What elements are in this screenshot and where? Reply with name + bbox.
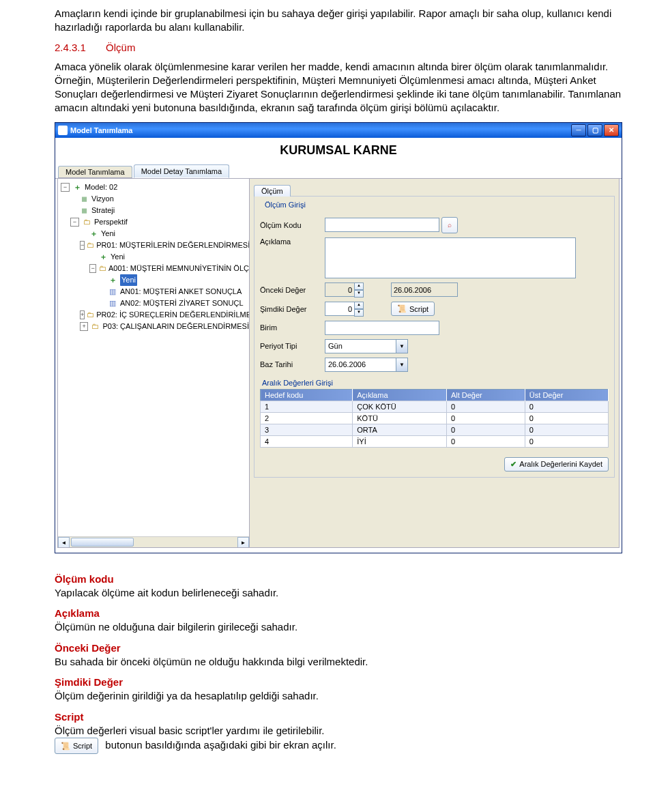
tree-node[interactable]: Yeni — [101, 228, 115, 240]
col-alt-deger[interactable]: Alt Değer — [446, 389, 525, 401]
plus-icon — [88, 229, 99, 238]
tree-node[interactable]: PR02: İÇ SÜREÇLERİN DEĞERLENDİRİLME — [96, 309, 250, 321]
tree-node[interactable]: PR01: MÜŞTERİLERİN DEĞERLENDİRMESİ — [96, 240, 250, 251]
input-aciklama[interactable] — [325, 237, 576, 278]
cube-icon — [78, 205, 89, 215]
tab-olcum[interactable]: Ölçüm — [254, 185, 291, 197]
script-icon: 📜 — [61, 741, 70, 751]
tree-expander[interactable]: + — [80, 310, 85, 319]
col-aciklama[interactable]: Açıklama — [353, 389, 447, 401]
table-row[interactable]: 2KÖTÜ00 — [261, 412, 609, 424]
cube-icon — [78, 194, 89, 203]
tab-model-detay[interactable]: Model Detay Tanımlama — [134, 164, 229, 178]
def-title-aciklama: Açıklama — [55, 607, 100, 619]
tree-node[interactable]: A001: MÜŞTERİ MEMNUNİYETİNİN ÖLÇ — [108, 263, 249, 274]
label-birim: Birim — [260, 323, 325, 332]
top-tabs: Model Tanımlama Model Detay Tanımlama — [55, 163, 622, 179]
tree-pane: −Model: 02 Vizyon Strateji −Perspektif Y… — [58, 179, 250, 547]
save-ranges-button[interactable]: ✔ Aralık Değerlerini Kaydet — [504, 457, 609, 472]
input-onceki-deger — [325, 282, 355, 297]
tree-expander[interactable]: + — [80, 322, 88, 331]
def-text: Ölçüm değerleri visual basic script'ler … — [55, 725, 325, 736]
group-legend-2: Aralık Değerleri Girişi — [262, 379, 609, 387]
folder-icon — [81, 217, 92, 227]
tree-node[interactable]: Perspektif — [94, 216, 128, 228]
tree-expander[interactable]: − — [89, 264, 96, 273]
spinner: ▲▼ — [354, 282, 364, 298]
tree-node[interactable]: AN01: MÜŞTERİ ANKET SONUÇLA — [120, 286, 242, 298]
lookup-button[interactable]: ⌕ — [441, 217, 458, 233]
minimize-button[interactable]: ─ — [571, 124, 586, 136]
chart-icon — [107, 287, 118, 296]
table-row[interactable]: 1ÇOK KÖTÜ00 — [261, 401, 609, 412]
table-row[interactable]: 4İYİ00 — [261, 435, 609, 447]
scroll-thumb[interactable] — [71, 538, 134, 547]
tree-expander[interactable]: − — [70, 218, 79, 227]
script-button[interactable]: 📜Script — [391, 302, 435, 316]
def-text: Ölçümün ne olduğuna dair bilgilerin giri… — [55, 621, 297, 633]
chevron-down-icon[interactable]: ▼ — [396, 340, 407, 353]
maximize-button[interactable]: ▢ — [587, 124, 602, 136]
input-onceki-tarih — [391, 282, 458, 297]
chart-icon — [107, 298, 118, 308]
input-simdiki-deger[interactable] — [325, 302, 355, 316]
tree-node[interactable]: P03: ÇALIŞANLARIN DEĞERLENDİRMESİ — [102, 321, 249, 332]
olcum-girisi-group: Ölçüm Girişi Ölçüm Kodu ⌕ Açıklama Öncek… — [254, 196, 615, 478]
input-olcum-kodu[interactable] — [325, 218, 439, 232]
def-title-simdiki-deger: Şimdiki Değer — [55, 676, 123, 688]
chevron-down-icon[interactable]: ▼ — [396, 358, 407, 371]
folder-icon — [98, 263, 106, 273]
plus-icon — [107, 275, 118, 285]
label-baz-tarihi: Baz Tarihi — [260, 360, 325, 368]
def-text: Ölçüm değerinin girildiği ya da hesaplat… — [55, 690, 319, 701]
tab-model-tanimlama[interactable]: Model Tanımlama — [58, 166, 132, 178]
spinner[interactable]: ▲▼ — [354, 302, 364, 317]
model-tree[interactable]: −Model: 02 Vizyon Strateji −Perspektif Y… — [58, 179, 249, 332]
label-onceki-deger: Önceki Değer — [260, 286, 325, 294]
group-legend: Ölçüm Girişi — [262, 201, 308, 209]
intro-paragraph: Amaçların kendi içinde bir gruplanabilme… — [55, 7, 641, 35]
def-title-onceki-deger: Önceki Değer — [55, 642, 121, 654]
def-text: Bu sahada bir önceki ölçümün ne olduğu h… — [55, 656, 368, 667]
label-aciklama: Açıklama — [260, 237, 325, 246]
folder-icon — [90, 321, 100, 331]
tree-expander[interactable]: − — [80, 241, 85, 250]
tree-node[interactable]: Vizyon — [91, 193, 114, 205]
tree-node[interactable]: AN02: MÜŞTERİ ZİYARET SONUÇL — [120, 298, 244, 309]
table-row[interactable]: 3ORTA00 — [261, 424, 609, 435]
inline-script-button: 📜 Script — [55, 738, 98, 754]
combo-text: Gün — [325, 342, 396, 350]
scroll-left-button[interactable]: ◄ — [58, 537, 70, 547]
tree-node-selected[interactable]: Yeni — [120, 274, 137, 286]
combo-baz-tarihi[interactable]: 26.06.2006 ▼ — [325, 358, 408, 372]
section-heading: 2.4.3.1 Ölçüm — [55, 42, 641, 53]
app-window: Model Tanımlama ─ ▢ ✕ KURUMSAL KARNE Mod… — [55, 122, 622, 553]
def-text: Yapılacak ölçüme ait kodun belirleneceği… — [55, 587, 278, 598]
app-icon — [58, 126, 68, 135]
tree-node[interactable]: Model: 02 — [85, 182, 117, 193]
col-hedef-kodu[interactable]: Hedef kodu — [261, 389, 353, 401]
tree-node[interactable]: Yeni — [111, 251, 125, 263]
aralik-grid[interactable]: Hedef kodu Açıklama Alt Değer Üst Değer … — [260, 389, 609, 448]
col-ust-deger[interactable]: Üst Değer — [525, 389, 608, 401]
plus-icon — [98, 252, 108, 261]
tree-expander[interactable]: − — [61, 183, 70, 192]
input-birim[interactable] — [325, 321, 439, 335]
folder-icon — [87, 310, 94, 319]
label-simdiki-deger: Şimdiki Değer — [260, 305, 325, 313]
def-text: butonun basıldığında aşağıdaki gibi bir … — [105, 739, 336, 751]
combo-text: 26.06.2006 — [325, 360, 396, 368]
check-icon: ✔ — [510, 460, 516, 469]
form-pane: Ölçüm Ölçüm Girişi Ölçüm Kodu ⌕ Açıklama — [250, 179, 619, 547]
window-title: Model Tanımlama — [68, 126, 570, 134]
tree-node[interactable]: Strateji — [91, 205, 115, 216]
scroll-right-button[interactable]: ► — [237, 537, 249, 547]
banner-title: KURUMSAL KARNE — [55, 139, 622, 163]
tree-hscrollbar[interactable]: ◄ ► — [58, 536, 249, 547]
close-button[interactable]: ✕ — [604, 124, 619, 136]
def-title-olcum-kodu: Ölçüm kodu — [55, 573, 114, 585]
titlebar: Model Tanımlama ─ ▢ ✕ — [55, 123, 622, 138]
label-periyot: Periyot Tipi — [260, 342, 325, 350]
folder-icon — [87, 240, 94, 250]
combo-periyot[interactable]: Gün ▼ — [325, 339, 408, 353]
